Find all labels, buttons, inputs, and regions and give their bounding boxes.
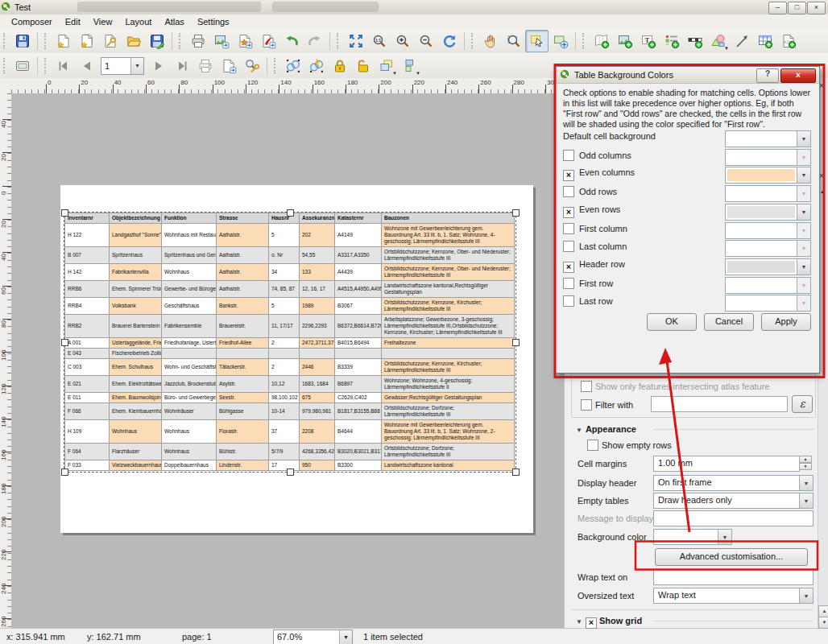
zoom-tool-button[interactable] xyxy=(502,30,525,52)
chevron-down-icon[interactable]: ▼ xyxy=(797,295,810,311)
cancel-button[interactable]: Cancel xyxy=(704,313,754,331)
even-columns-checkbox[interactable] xyxy=(563,170,574,181)
chevron-down-icon[interactable]: ▼ xyxy=(797,150,810,165)
menu-composer[interactable]: Composer xyxy=(5,15,59,28)
composition-page[interactable]: InventarnrObjektbezeichnungFunktionStras… xyxy=(60,185,533,533)
atlas-last-button[interactable] xyxy=(170,55,193,77)
raise-items-button[interactable]: ▼ xyxy=(375,55,398,77)
dialog-help-button[interactable]: ? xyxy=(756,68,779,83)
odd-columns-color-picker[interactable]: ▼ xyxy=(725,149,811,166)
add-arrow-button[interactable] xyxy=(730,30,753,52)
empty-tables-select[interactable]: Draw headers only▼ xyxy=(653,493,814,509)
odd-columns-checkbox[interactable] xyxy=(563,150,574,161)
toolbar-grip[interactable] xyxy=(337,33,342,49)
add-table-button[interactable] xyxy=(753,30,776,52)
add-map-button[interactable] xyxy=(590,30,613,52)
toolbar-grip[interactable] xyxy=(179,33,184,49)
menu-view[interactable]: View xyxy=(87,15,119,28)
zoom-out-button[interactable] xyxy=(414,30,437,52)
first-column-checkbox[interactable] xyxy=(563,223,574,234)
atlas-preview-button[interactable] xyxy=(10,55,34,77)
last-column-color-picker[interactable]: ▼ xyxy=(725,240,811,257)
duplicate-composition-button[interactable] xyxy=(75,30,98,52)
last-row-checkbox[interactable] xyxy=(563,295,574,307)
wrap-text-on-input[interactable] xyxy=(653,569,814,585)
spin-up-icon[interactable]: ▲ xyxy=(799,456,812,463)
odd-rows-checkbox[interactable] xyxy=(563,186,574,197)
advanced-customisation-button[interactable]: Advanced customisation... xyxy=(655,548,808,566)
move-content-button[interactable] xyxy=(549,30,572,52)
background-color-picker[interactable]: ▼ xyxy=(653,529,732,545)
unlock-items-button[interactable] xyxy=(351,55,375,77)
even-rows-checkbox[interactable] xyxy=(563,207,574,218)
chevron-down-icon[interactable]: ▼ xyxy=(797,259,810,275)
refresh-button[interactable] xyxy=(437,30,461,52)
add-label-button[interactable]: T xyxy=(636,30,660,52)
add-shape-button[interactable]: ▼ xyxy=(706,30,730,52)
first-row-checkbox[interactable] xyxy=(563,278,574,289)
undo-button[interactable] xyxy=(279,30,303,52)
select-move-button[interactable] xyxy=(525,30,549,52)
show-grid-checkbox[interactable] xyxy=(586,617,597,629)
chevron-down-icon[interactable]: ▼ xyxy=(797,223,810,238)
oversized-text-select[interactable]: Wrap text▼ xyxy=(653,588,814,604)
spin-down-icon[interactable]: ▼ xyxy=(799,463,812,470)
atlas-prev-button[interactable] xyxy=(75,55,98,77)
add-image-button[interactable] xyxy=(613,30,636,52)
chevron-down-icon[interactable]: ▼ xyxy=(797,241,810,256)
toolbar-grip[interactable] xyxy=(3,33,8,49)
default-cell-background-color-picker[interactable]: ▼ xyxy=(725,130,811,147)
atlas-next-button[interactable] xyxy=(147,55,170,77)
menu-settings[interactable]: Settings xyxy=(191,15,236,28)
dialog-close-button[interactable]: × xyxy=(780,68,816,83)
expression-builder-button[interactable]: ε xyxy=(792,395,813,413)
cell-margins-input[interactable]: 1.00 mm xyxy=(653,456,800,472)
atlas-feature-select[interactable]: 1▼ xyxy=(101,57,144,75)
menu-atlas[interactable]: Atlas xyxy=(158,15,190,28)
add-scalebar-button[interactable] xyxy=(683,30,706,52)
dialog-titlebar[interactable]: Table Background Colors xyxy=(555,67,819,84)
display-header-select[interactable]: On first frame▼ xyxy=(653,475,814,491)
minimize-button[interactable]: – xyxy=(768,2,787,14)
new-composition-button[interactable] xyxy=(52,30,75,52)
last-column-checkbox[interactable] xyxy=(563,241,574,252)
lock-items-button[interactable] xyxy=(328,55,351,77)
apply-button[interactable]: Apply xyxy=(761,313,811,331)
print-button[interactable] xyxy=(186,30,209,52)
composition-manager-button[interactable] xyxy=(98,30,122,52)
redo-button[interactable] xyxy=(303,30,326,52)
atlas-settings-button[interactable] xyxy=(240,55,263,77)
scroll-down-icon[interactable]: ▼ xyxy=(818,617,828,629)
chevron-down-icon[interactable]: ▼ xyxy=(797,278,810,293)
close-button[interactable]: × xyxy=(807,2,826,14)
toolbar-grip[interactable] xyxy=(3,58,8,74)
intersect-atlas-checkbox[interactable] xyxy=(581,381,592,392)
zoom-level-select[interactable]: 67.0%▼ xyxy=(273,630,353,644)
chevron-down-icon[interactable]: ▼ xyxy=(130,58,143,74)
save-button[interactable] xyxy=(10,30,34,52)
show-empty-rows-checkbox[interactable] xyxy=(587,440,598,451)
pan-button[interactable] xyxy=(478,30,502,52)
toolbar-grip[interactable] xyxy=(44,33,49,49)
toolbar-grip[interactable] xyxy=(471,33,476,49)
chevron-down-icon[interactable]: ▼ xyxy=(339,630,352,644)
maximize-button[interactable]: □ xyxy=(788,2,806,14)
even-rows-color-picker[interactable]: ▼ xyxy=(725,204,811,221)
chevron-down-icon[interactable]: ▼ xyxy=(797,167,810,183)
show-grid-section-header[interactable]: ▼ Show grid xyxy=(576,616,642,629)
zoom-actual-button[interactable]: 1:1 xyxy=(367,30,391,52)
chevron-down-icon[interactable]: ▼ xyxy=(718,530,731,544)
scroll-up-icon[interactable]: ▲ xyxy=(818,605,828,617)
panel-scrollbar[interactable]: ▲ ▼ xyxy=(818,378,828,628)
align-items-button[interactable]: ▼ xyxy=(398,55,421,77)
appearance-section-header[interactable]: ▼Appearance xyxy=(576,424,636,434)
message-to-display-input[interactable] xyxy=(653,510,814,526)
odd-rows-color-picker[interactable]: ▼ xyxy=(725,185,811,202)
chevron-down-icon[interactable]: ▼ xyxy=(799,588,813,603)
toolbar-grip[interactable] xyxy=(44,58,49,74)
chevron-down-icon[interactable]: ▼ xyxy=(799,476,813,490)
first-row-color-picker[interactable]: ▼ xyxy=(725,277,811,294)
attribute-table-item[interactable]: InventarnrObjektbezeichnungFunktionStras… xyxy=(64,213,515,471)
export-pdf-button[interactable] xyxy=(256,30,279,52)
group-items-button[interactable] xyxy=(281,55,304,77)
